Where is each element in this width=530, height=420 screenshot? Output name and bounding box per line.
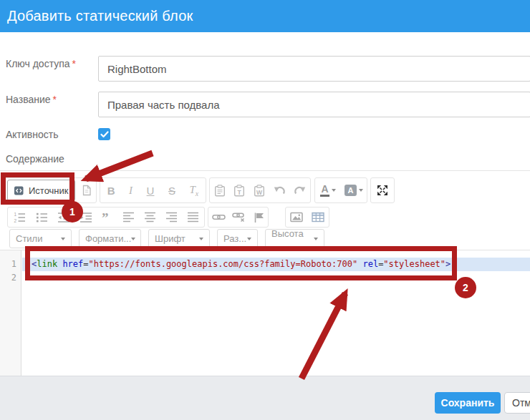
table-icon <box>312 212 324 223</box>
activity-checkbox[interactable] <box>98 128 110 140</box>
remove-format-button[interactable]: Tx <box>189 184 198 197</box>
align-center-button[interactable] <box>144 212 156 223</box>
required-asterisk: * <box>53 94 57 105</box>
align-justify-button[interactable] <box>187 212 199 223</box>
align-center-icon <box>144 212 156 223</box>
source-code-area[interactable]: 1 2 <link href="https://fonts.googleapis… <box>0 250 530 376</box>
unlink-button[interactable] <box>232 212 246 223</box>
paste-plain-glyph: T <box>238 188 242 195</box>
underline-button[interactable]: U <box>147 185 155 197</box>
cancel-button[interactable]: Отмена <box>504 392 530 414</box>
svg-text:1: 1 <box>14 212 16 217</box>
paste-from-word-button[interactable]: W <box>254 185 265 197</box>
align-left-button[interactable] <box>122 212 135 223</box>
font-size-dropdown[interactable]: Раз... <box>217 229 258 248</box>
svg-text:2: 2 <box>14 218 16 223</box>
text-color-bar <box>320 195 329 197</box>
code-line: <link href="https://fonts.googleapis.com… <box>32 258 450 271</box>
code-token: "stylesheet" <box>383 259 445 269</box>
numbered-list-icon: 1 2 <box>13 212 26 223</box>
text-color-letter: A <box>321 184 328 194</box>
save-button[interactable]: Сохранить <box>435 392 501 414</box>
line-number: 1 <box>2 258 16 271</box>
dialog-footer: Сохранить Отмена <box>0 376 530 420</box>
outdent-button[interactable] <box>57 212 70 223</box>
blockquote-icon: ” <box>102 212 113 223</box>
outdent-icon <box>57 212 70 223</box>
indent-button[interactable] <box>80 212 92 223</box>
toolbar-group-clipboard: T W <box>209 177 311 203</box>
new-page-button[interactable] <box>78 180 97 201</box>
bullet-list-button[interactable] <box>35 212 48 223</box>
redo-button[interactable] <box>294 185 306 196</box>
chevron-down-icon <box>199 238 203 240</box>
indent-icon <box>80 212 92 223</box>
remove-format-sub: x <box>196 190 198 197</box>
required-asterisk: * <box>72 58 76 69</box>
source-icon <box>14 185 24 196</box>
toolbar-group-source: Источник <box>4 177 97 203</box>
bold-button[interactable]: B <box>107 185 115 197</box>
chevron-down-icon <box>131 238 135 240</box>
code-token: = <box>83 259 88 269</box>
anchor-button[interactable] <box>253 212 264 223</box>
styles-dropdown[interactable]: Стили <box>9 229 72 248</box>
link-button[interactable] <box>212 213 226 222</box>
chevron-down-icon <box>314 238 318 240</box>
paste-button[interactable] <box>214 185 226 197</box>
paste-plain-text-button[interactable]: T <box>233 185 245 197</box>
toolbar-group-basicstyles: B I U S Tx <box>100 177 206 203</box>
chevron-down-icon <box>247 238 251 240</box>
new-page-icon <box>82 185 92 196</box>
access-key-input[interactable] <box>98 56 530 82</box>
undo-icon <box>274 185 286 196</box>
redo-icon <box>294 185 306 196</box>
unlink-icon <box>232 212 246 223</box>
dialog-title: Добавить статический блок <box>7 0 193 32</box>
font-dropdown-label: Шрифт <box>155 233 186 244</box>
source-button-label: Источник <box>29 185 69 196</box>
checkmark-icon <box>100 131 109 138</box>
rich-text-editor: Источник B I U S Tx <box>0 170 530 376</box>
toolbar-group-paragraph: 1 2 <box>7 207 205 228</box>
strikethrough-button[interactable]: S <box>168 185 175 197</box>
align-left-icon <box>122 212 135 223</box>
format-dropdown[interactable]: Формати... <box>79 229 141 248</box>
text-color-icon: A <box>320 184 329 197</box>
styles-dropdown-label: Стили <box>16 233 42 244</box>
undo-button[interactable] <box>274 185 286 196</box>
maximize-button[interactable] <box>377 185 388 196</box>
blockquote-button[interactable]: ” <box>102 212 113 223</box>
insert-table-button[interactable] <box>312 212 324 223</box>
name-label-text: Название <box>6 94 51 105</box>
bg-color-icon: A <box>344 185 357 196</box>
toolbar-group-insert <box>285 207 329 228</box>
activity-label: Активность <box>6 129 59 140</box>
text-color-button[interactable]: A <box>316 180 341 201</box>
name-input[interactable] <box>98 92 530 117</box>
line-height-dropdown[interactable]: Высота ... <box>265 229 324 248</box>
paste-word-glyph: W <box>256 188 263 195</box>
insert-image-button[interactable] <box>290 212 303 223</box>
maximize-icon <box>377 185 388 196</box>
italic-button[interactable]: I <box>129 185 132 197</box>
code-token: "https://fonts.googleapis.com/css?family… <box>89 259 358 269</box>
link-icon <box>212 213 226 222</box>
chevron-down-icon <box>359 189 363 192</box>
access-key-label: Ключ доступа* <box>6 58 76 69</box>
source-button[interactable]: Источник <box>7 180 75 201</box>
paste-icon <box>214 185 226 197</box>
bg-color-button[interactable]: A <box>342 180 367 201</box>
font-dropdown[interactable]: Шрифт <box>148 229 210 248</box>
anchor-flag-icon <box>253 212 264 223</box>
line-number: 2 <box>2 271 16 285</box>
remove-format-letter: T <box>189 184 195 195</box>
align-right-button[interactable] <box>165 212 178 223</box>
add-static-block-dialog: Добавить статический блок Ключ доступа* … <box>0 0 530 420</box>
code-token: link <box>37 259 57 269</box>
numbered-list-button[interactable]: 1 2 <box>13 212 26 223</box>
image-icon <box>290 212 303 223</box>
name-label: Название* <box>6 94 57 105</box>
content-label: Содержание <box>6 153 64 165</box>
dialog-header: Добавить статический блок <box>0 0 530 32</box>
